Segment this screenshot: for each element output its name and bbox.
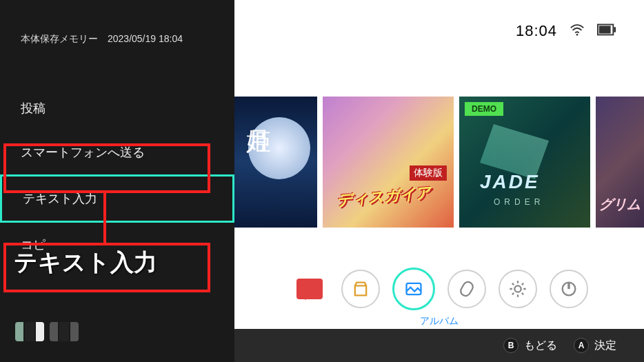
nav-controllers-icon[interactable] [447,270,486,308]
home-screen: 18:04 月姫 ディスガイア 体験版 DEMO JADE ORDER グリ [234,0,644,362]
game-logo: グリム [599,195,641,214]
footer-ok-button[interactable]: A 決定 [574,338,616,353]
b-button-icon: B [503,338,519,353]
footer-back-button[interactable]: B もどる [503,338,557,353]
game-sub: ORDER [494,197,544,207]
status-time: 18:04 [516,22,557,40]
game-sub: 体験版 [410,165,447,181]
nav-eshop-icon[interactable] [341,270,380,308]
annotation-label: テキスト入力 [14,247,157,279]
nav-settings-icon[interactable] [499,270,537,308]
home-nav-row [234,268,644,310]
nav-album-icon[interactable] [392,268,435,310]
game-tile-grim[interactable]: グリム [596,97,644,228]
svg-rect-2 [614,27,616,32]
svg-point-6 [514,285,521,292]
menu-item-post[interactable]: 投稿 [0,86,234,130]
wifi-icon [570,22,585,40]
nav-selected-label: アルバム [420,315,459,328]
svg-point-0 [576,34,578,36]
game-logo: ディスガイア [336,182,432,211]
svg-rect-5 [459,280,475,297]
menu-item-text-input[interactable]: テキスト入力 [0,174,234,223]
game-logo: JADE [480,171,540,193]
a-button-icon: A [574,338,589,353]
status-bar: 18:04 [516,22,616,40]
footer-back-label: もどる [524,339,557,353]
game-tile-jade-order[interactable]: DEMO JADE ORDER [459,97,590,228]
footer-ok-label: 決定 [594,339,616,353]
svg-rect-3 [599,26,611,33]
controller-indicator-icon [15,322,79,341]
battery-icon [597,23,616,39]
context-menu: 投稿 スマートフォンへ送る テキスト入力 コピー [0,86,234,267]
album-context-panel: 本体保存メモリー 2023/05/19 18:04 投稿 スマートフォンへ送る … [0,0,234,362]
menu-item-send-smartphone[interactable]: スマートフォンへ送る [0,130,234,174]
annotation-connector [103,190,106,245]
nav-news-icon[interactable] [290,270,329,308]
game-carousel[interactable]: 月姫 ディスガイア 体験版 DEMO JADE ORDER グリム [234,97,644,228]
demo-badge: DEMO [465,102,503,116]
game-tile-tsukihime[interactable]: 月姫 [234,97,317,228]
panel-header: 本体保存メモリー 2023/05/19 18:04 [21,33,183,46]
nav-power-icon[interactable] [550,270,588,308]
game-tile-disgaea[interactable]: ディスガイア 体験版 [323,97,454,228]
footer-bar: B もどる A 決定 [234,329,644,362]
